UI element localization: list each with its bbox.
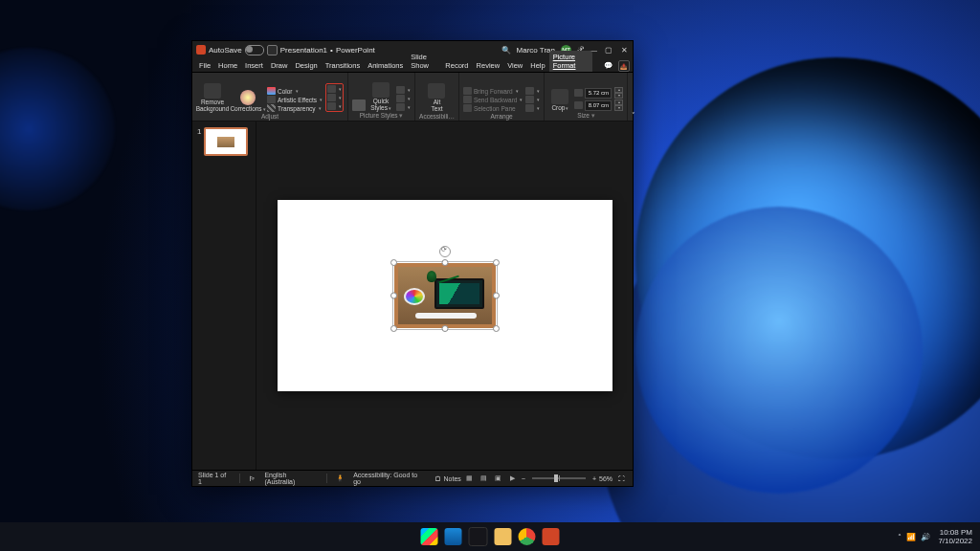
transparency-button[interactable]: Transparency [267, 104, 323, 112]
slide-position[interactable]: Slide 1 of 1 [198, 472, 231, 485]
picture-styles-gallery[interactable] [352, 99, 366, 111]
notes-button[interactable]: Notes [444, 475, 461, 482]
taskbar-right: ˄ 📶 🔊 10:08 PM 7/10/2022 [898, 528, 972, 545]
clock[interactable]: 10:08 PM 7/10/2022 [938, 528, 972, 545]
accessibility-icon: 🧍 [336, 474, 345, 482]
zoom-slider[interactable] [532, 477, 586, 479]
windows-taskbar: ˄ 📶 🔊 10:08 PM 7/10/2022 [0, 522, 980, 551]
start-button[interactable] [421, 528, 438, 545]
selection-pane-icon [463, 104, 472, 112]
tab-insert[interactable]: Insert [241, 59, 267, 72]
send-backward-button[interactable]: Send Backward [463, 96, 523, 103]
taskbar-app-teamviewer[interactable] [469, 527, 488, 546]
ribbon-collapse[interactable]: ˅ [628, 73, 639, 121]
system-tray[interactable]: ˄ 📶 🔊 [898, 533, 930, 541]
ribbon-group-arrange: Bring Forward Send Backward Selection Pa… [459, 73, 546, 121]
taskbar-app-file-explorer[interactable] [495, 528, 512, 545]
compress-pictures-button[interactable] [327, 85, 342, 93]
taskbar-app-chrome[interactable] [519, 528, 536, 545]
quick-styles-icon [372, 82, 390, 98]
wifi-icon[interactable]: 📶 [906, 533, 916, 541]
share-button[interactable]: 📤 [618, 60, 630, 72]
slide-canvas[interactable] [256, 121, 633, 470]
status-bar: Slide 1 of 1 🏳 English (Australia) 🧍 Acc… [192, 470, 633, 486]
width-field[interactable]: 8.07 cm▴▾ [574, 99, 623, 111]
selected-picture[interactable] [394, 263, 496, 328]
tab-view[interactable]: View [503, 59, 526, 72]
resize-handle[interactable] [493, 325, 500, 332]
ribbon-group-adjust: Remove Background Corrections Color Arti… [192, 73, 348, 121]
tray-overflow-icon[interactable]: ˄ [898, 533, 902, 541]
slide[interactable] [278, 200, 612, 391]
align-button[interactable] [525, 87, 540, 95]
height-field[interactable]: 5.72 cm▴▾ [574, 87, 623, 99]
comments-icon[interactable]: 💬 [600, 59, 616, 72]
close-button[interactable]: ✕ [619, 45, 629, 55]
zoom-percent[interactable]: 56% [599, 475, 612, 482]
crop-button[interactable]: Crop [548, 89, 571, 111]
slideshow-button[interactable]: ▶ [507, 474, 519, 483]
tab-picture-format[interactable]: Picture Format [549, 51, 592, 72]
tab-review[interactable]: Review [473, 59, 504, 72]
tab-transitions[interactable]: Transitions [322, 59, 364, 72]
slide-sorter-button[interactable]: ▤ [479, 474, 490, 483]
resize-handle[interactable] [390, 259, 397, 266]
picture-effects-button[interactable] [396, 95, 411, 102]
language-label[interactable]: English (Australia) [264, 472, 318, 485]
maximize-button[interactable]: ▢ [604, 45, 613, 55]
taskbar-app-powerpoint[interactable] [543, 528, 560, 545]
rotate-button[interactable] [525, 104, 540, 112]
bring-forward-button[interactable]: Bring Forward [463, 87, 523, 95]
tab-record[interactable]: Record [441, 59, 472, 72]
picture-border-button[interactable] [396, 86, 411, 94]
resize-handle[interactable] [493, 293, 500, 299]
autosave-toggle[interactable] [245, 45, 264, 55]
zoom-in-button[interactable]: + [592, 475, 596, 482]
save-icon[interactable] [267, 45, 278, 55]
corrections-button[interactable]: Corrections [232, 90, 264, 112]
resize-handle[interactable] [493, 259, 500, 266]
tab-design[interactable]: Design [291, 59, 321, 72]
change-picture-button[interactable] [327, 94, 342, 101]
rotation-handle[interactable] [439, 246, 451, 257]
resize-handle[interactable] [441, 259, 448, 266]
color-button[interactable]: Color [267, 87, 323, 95]
change-picture-icon [327, 94, 336, 101]
resize-handle[interactable] [390, 325, 397, 332]
reading-view-button[interactable]: ▣ [493, 474, 504, 483]
normal-view-button[interactable]: ▦ [464, 474, 476, 483]
picture-style-preset[interactable] [352, 99, 366, 111]
picture-layout-button[interactable] [396, 103, 411, 111]
bring-forward-icon [463, 87, 472, 95]
tab-animations[interactable]: Animations [364, 59, 407, 72]
zoom-out-button[interactable]: − [522, 475, 525, 482]
remove-background-icon [204, 83, 221, 99]
fit-to-window-button[interactable]: ⛶ [615, 474, 627, 483]
accessibility-status[interactable]: Accessibility: Good to go [353, 472, 425, 485]
color-icon [267, 87, 276, 95]
tab-draw[interactable]: Draw [267, 59, 292, 72]
taskbar-app-edge[interactable] [445, 528, 462, 545]
slide-thumbnail-pane[interactable]: 1 [192, 121, 256, 470]
artistic-effects-button[interactable]: Artistic Effects [267, 96, 323, 103]
reset-picture-button[interactable] [327, 102, 342, 110]
tab-help[interactable]: Help [526, 59, 548, 72]
selection-pane-button[interactable]: Selection Pane [463, 104, 523, 112]
search-icon[interactable] [501, 46, 511, 55]
quick-styles-button[interactable]: Quick Styles [368, 82, 393, 111]
slide-thumbnail-1[interactable] [204, 127, 248, 156]
sound-icon[interactable]: 🔊 [921, 533, 930, 541]
remove-background-button[interactable]: Remove Background [196, 83, 229, 112]
tab-home[interactable]: Home [214, 59, 241, 72]
tab-file[interactable]: File [195, 59, 214, 72]
ribbon-group-picture-styles: Quick Styles Picture Styles ▾ [348, 73, 415, 121]
zoom-thumb[interactable] [554, 474, 558, 482]
resize-handle[interactable] [441, 325, 448, 332]
tab-slideshow[interactable]: Slide Show [407, 51, 441, 72]
adjust-stack: Color Artistic Effects Transparency [267, 87, 323, 112]
alt-text-button[interactable]: Alt Text [426, 83, 447, 112]
rotate-icon [525, 104, 534, 112]
editor-area: 1 [192, 121, 633, 470]
resize-handle[interactable] [390, 293, 397, 299]
group-button[interactable] [525, 96, 540, 103]
